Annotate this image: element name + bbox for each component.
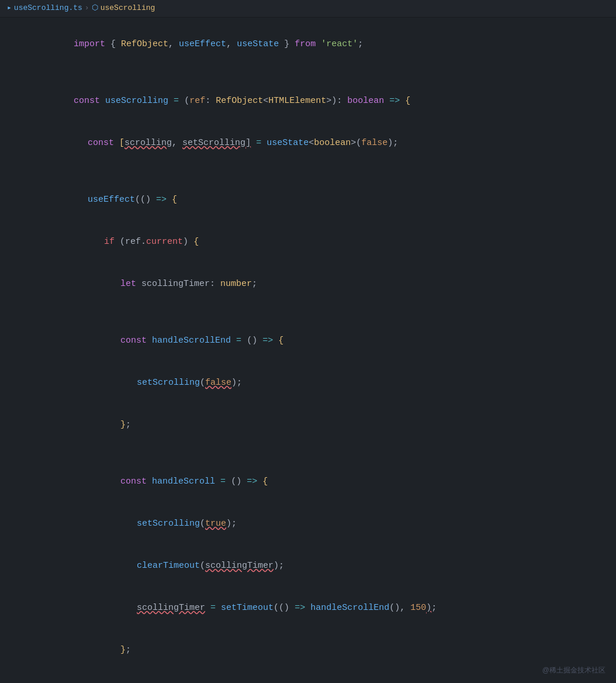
line-cleartimeout: clearTimeout(scollingTimer); — [0, 545, 616, 587]
line-blank4 — [0, 446, 616, 461]
line-setscrolling-true: setScrolling(true); — [0, 503, 616, 545]
breadcrumb-separator: › — [85, 2, 89, 15]
file-icon: ▸ — [7, 2, 12, 15]
line-settimeout: scollingTimer = setTimeout(() => handleS… — [0, 587, 616, 629]
line-if-ref: if (ref.current) { — [0, 221, 616, 263]
line-blank2 — [0, 164, 616, 179]
breadcrumb-file: useScrolling.ts — [14, 2, 82, 15]
watermark: @稀土掘金技术社区 — [542, 665, 605, 676]
line-const-usescrolling: const useScrolling = (ref: RefObject<HTM… — [0, 80, 616, 122]
line-blank1 — [0, 65, 616, 80]
line-handlescrollend-decl: const handleScrollEnd = () => { — [0, 320, 616, 362]
code-area: import { RefObject, useEffect, useState … — [0, 18, 616, 683]
breadcrumb-bar: ▸ useScrolling.ts › ⬡ useScrolling — [0, 0, 616, 18]
line-blank3 — [0, 305, 616, 320]
line-close-handlescrollend: }; — [0, 404, 616, 446]
code-container: ▸ useScrolling.ts › ⬡ useScrolling impor… — [0, 0, 616, 683]
breadcrumb-fn: useScrolling — [101, 2, 155, 15]
line-usestate: const [scrolling, setScrolling] = useSta… — [0, 122, 616, 164]
line-close-handlescroll: }; — [0, 629, 616, 671]
line-let-timer: let scollingTimer: number; — [0, 263, 616, 305]
breadcrumb-arrow: ⬡ — [92, 2, 98, 15]
line-import: import { RefObject, useEffect, useState … — [0, 23, 616, 65]
line-setscrolling-false: setScrolling(false); — [0, 362, 616, 404]
line-handlescroll-decl: const handleScroll = () => { — [0, 461, 616, 503]
line-blank5 — [0, 671, 616, 683]
line-useeffect: useEffect(() => { — [0, 179, 616, 221]
token-import-kw: import — [74, 39, 105, 49]
